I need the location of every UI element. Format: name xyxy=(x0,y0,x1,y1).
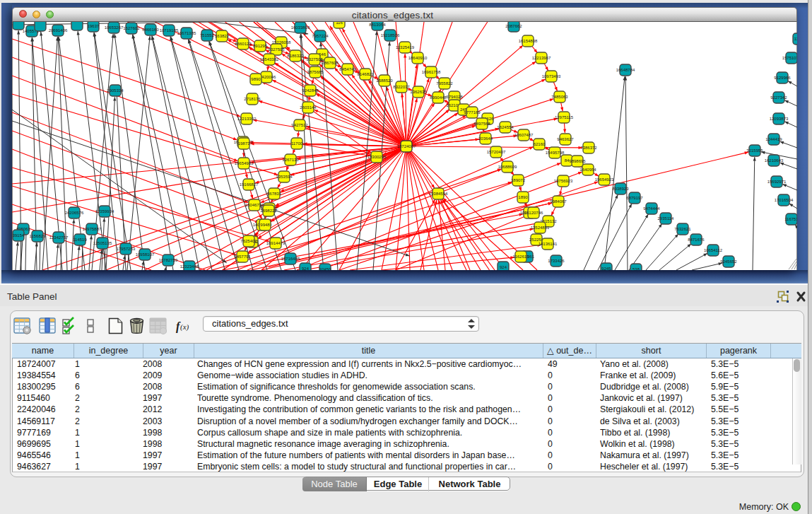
svg-text:9427512: 9427512 xyxy=(291,123,308,127)
svg-text:17359934: 17359934 xyxy=(95,209,114,214)
svg-text:10719185: 10719185 xyxy=(160,28,179,33)
svg-text:114519: 114519 xyxy=(73,238,87,242)
svg-text:9227342: 9227342 xyxy=(770,95,787,100)
svg-text:1362635: 1362635 xyxy=(410,90,427,94)
svg-text:9242848: 9242848 xyxy=(302,88,319,93)
svg-text:12975115: 12975115 xyxy=(555,115,574,119)
svg-text:15692971: 15692971 xyxy=(767,180,787,184)
svg-text:2603144: 2603144 xyxy=(300,105,317,110)
svg-text:19873: 19873 xyxy=(238,141,250,146)
svg-text:116753: 116753 xyxy=(784,217,797,221)
svg-text:9245652: 9245652 xyxy=(720,259,737,264)
svg-text:16543382: 16543382 xyxy=(260,57,279,62)
svg-text:11325419: 11325419 xyxy=(396,45,415,49)
svg-text:163822: 163822 xyxy=(215,34,230,38)
svg-text:24206576: 24206576 xyxy=(65,211,84,215)
svg-text:10688609: 10688609 xyxy=(498,165,517,169)
svg-text:1244419: 1244419 xyxy=(765,137,782,141)
svg-text:1698222: 1698222 xyxy=(260,209,277,213)
svg-text:1162615: 1162615 xyxy=(513,255,530,259)
svg-text:2935114: 2935114 xyxy=(658,216,675,221)
svg-text:11700: 11700 xyxy=(291,141,303,146)
svg-text:1353594: 1353594 xyxy=(276,175,293,179)
svg-text:15720407: 15720407 xyxy=(487,150,506,154)
svg-text:12323448: 12323448 xyxy=(180,264,199,269)
svg-text:9129966: 9129966 xyxy=(774,76,791,80)
svg-text:1640954: 1640954 xyxy=(579,168,596,172)
svg-text:1624554: 1624554 xyxy=(497,125,514,129)
svg-text:15751074: 15751074 xyxy=(782,56,797,60)
svg-text:16782759: 16782759 xyxy=(159,258,178,262)
svg-text:10607487: 10607487 xyxy=(514,133,534,137)
svg-text:8660123: 8660123 xyxy=(235,42,252,46)
svg-text:12213967: 12213967 xyxy=(532,56,551,60)
svg-text:(x): (x) xyxy=(180,322,189,332)
svg-text:1156829: 1156829 xyxy=(30,234,47,238)
svg-text:2867608: 2867608 xyxy=(322,61,339,65)
svg-text:10958107: 10958107 xyxy=(136,252,155,257)
svg-text:9984067: 9984067 xyxy=(550,199,567,204)
svg-text:6497568: 6497568 xyxy=(473,122,490,126)
svg-text:2718176: 2718176 xyxy=(244,97,261,101)
svg-text:6794028: 6794028 xyxy=(446,95,463,99)
svg-text:19637: 19637 xyxy=(88,24,100,28)
svg-text:13524851: 13524851 xyxy=(531,226,550,230)
svg-text:18300295: 18300295 xyxy=(367,155,387,159)
svg-text:8454749: 8454749 xyxy=(339,67,356,71)
svg-text:20691406: 20691406 xyxy=(49,28,68,33)
svg-text:9245: 9245 xyxy=(601,267,611,270)
svg-text:17016504: 17016504 xyxy=(775,198,794,202)
svg-text:10654112: 10654112 xyxy=(704,248,723,252)
svg-text:9146821: 9146821 xyxy=(357,72,374,76)
svg-text:9890: 9890 xyxy=(251,77,261,81)
svg-text:16961758: 16961758 xyxy=(422,70,441,74)
svg-text:203644: 203644 xyxy=(478,136,493,141)
svg-text:19654983: 19654983 xyxy=(235,161,254,165)
svg-text:14136141: 14136141 xyxy=(539,242,558,246)
svg-text:189072: 189072 xyxy=(511,178,526,182)
svg-text:17957253: 17957253 xyxy=(117,247,136,251)
svg-text:12342757: 12342757 xyxy=(49,235,69,240)
svg-text:12213302: 12213302 xyxy=(237,117,257,121)
svg-text:19654923: 19654923 xyxy=(595,177,614,182)
svg-text:9777169: 9777169 xyxy=(464,110,481,115)
svg-text:9327505: 9327505 xyxy=(268,47,285,52)
svg-text:19384554: 19384554 xyxy=(429,192,448,196)
svg-text:12093873: 12093873 xyxy=(770,117,789,121)
svg-text:6879197: 6879197 xyxy=(626,196,643,200)
svg-text:39154: 39154 xyxy=(13,233,25,238)
svg-text:16648784: 16648784 xyxy=(616,68,635,72)
svg-text:10975887: 10975887 xyxy=(83,227,102,231)
svg-text:16671385: 16671385 xyxy=(177,31,196,35)
svg-text:19218506: 19218506 xyxy=(381,33,400,37)
svg-text:9948: 9948 xyxy=(260,223,270,227)
svg-text:15716485: 15716485 xyxy=(281,257,300,261)
svg-text:9327508: 9327508 xyxy=(306,57,323,62)
svg-text:567831: 567831 xyxy=(267,192,282,196)
svg-text:15495798: 15495798 xyxy=(546,151,565,155)
svg-text:18640910: 18640910 xyxy=(408,56,428,60)
svg-text:10973493: 10973493 xyxy=(542,74,561,78)
svg-text:8186323: 8186323 xyxy=(287,54,304,58)
svg-text:12505135: 12505135 xyxy=(93,241,112,245)
svg-text:9463627: 9463627 xyxy=(557,137,574,141)
svg-text:16120746: 16120746 xyxy=(524,211,543,215)
svg-text:7485063: 7485063 xyxy=(551,95,568,99)
svg-text:8990448: 8990448 xyxy=(430,95,447,100)
svg-text:1733426: 1733426 xyxy=(548,259,565,263)
svg-text:18724007: 18724007 xyxy=(397,144,416,148)
svg-text:10653267: 10653267 xyxy=(105,25,124,30)
svg-text:7632621: 7632621 xyxy=(674,227,691,231)
svg-text:16033809: 16033809 xyxy=(291,25,310,30)
svg-text:924: 924 xyxy=(500,265,507,269)
svg-text:7955822: 7955822 xyxy=(436,81,453,86)
svg-text:1117: 1117 xyxy=(794,37,797,41)
svg-text:1890: 1890 xyxy=(518,195,528,199)
svg-text:7386372: 7386372 xyxy=(580,146,597,150)
svg-text:9898695: 9898695 xyxy=(569,159,586,163)
svg-text:2905334: 2905334 xyxy=(107,88,124,93)
svg-text:62160: 62160 xyxy=(534,142,546,146)
svg-text:7957224: 7957224 xyxy=(312,34,329,38)
svg-text:19166827: 19166827 xyxy=(240,182,259,187)
svg-text:3875685: 3875685 xyxy=(307,70,324,74)
